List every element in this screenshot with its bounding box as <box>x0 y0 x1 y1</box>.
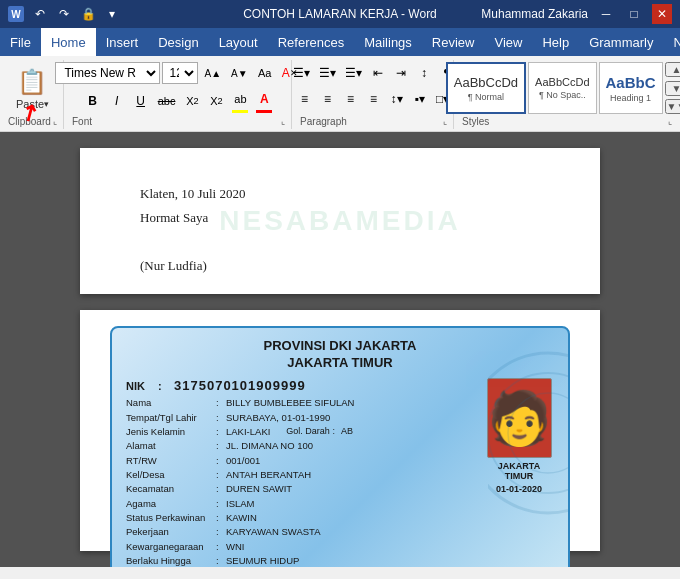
font-label: Font <box>72 114 92 127</box>
justify-button[interactable]: ≡ <box>363 88 385 110</box>
styles-footer: Styles ⌞ <box>460 114 674 127</box>
ktp-card: PROVINSI DKI JAKARTA JAKARTA TIMUR NIK :… <box>110 326 570 567</box>
title-bar: W ↶ ↷ 🔒 ▾ CONTOH LAMARAN KERJA - Word Mu… <box>0 0 680 28</box>
menu-help[interactable]: Help <box>532 28 579 56</box>
align-left-button[interactable]: ≡ <box>294 88 316 110</box>
clipboard-expand[interactable]: ⌞ <box>53 116 57 126</box>
styles-more[interactable]: ▼▼ <box>665 99 680 114</box>
style-heading1[interactable]: AaBbC Heading 1 <box>599 62 663 114</box>
ktp-row-kecamatan: Kecamatan : DUREN SAWIT <box>126 483 474 495</box>
font-name-selector[interactable]: Times New R <box>55 62 160 84</box>
font-footer: Font ⌞ <box>70 114 287 127</box>
document-area: NESABAMEDIA Klaten, 10 Juli 2020 Hormat … <box>0 132 680 567</box>
page-2: PROVINSI DKI JAKARTA JAKARTA TIMUR NIK :… <box>80 310 600 551</box>
signature-line: (Nur Ludfia) <box>140 258 540 274</box>
sort-button[interactable]: ↕ <box>413 62 435 84</box>
font-expand[interactable]: ⌞ <box>281 116 285 126</box>
ktp-row-rtrw: RT/RW : 001/001 <box>126 455 474 467</box>
font-size-selector[interactable]: 12 <box>162 62 198 84</box>
ribbon: ↗ 📋 Paste ▾ Clipboard ⌞ Times New R <box>0 56 680 132</box>
strikethrough-button[interactable]: abc <box>154 90 180 112</box>
bullets-button[interactable]: ☰▾ <box>289 62 314 84</box>
clipboard-footer: Clipboard ⌞ <box>6 114 59 127</box>
para-row1: ☰▾ ☰▾ ☰▾ ⇤ ⇥ ↕ ¶ <box>289 62 458 84</box>
numbering-button[interactable]: ☰▾ <box>315 62 340 84</box>
ktp-photo-caption-city: JAKARTA TIMUR <box>484 461 554 481</box>
font-grow-button[interactable]: A▲ <box>200 62 225 84</box>
line-spacing-button[interactable]: ↕▾ <box>386 88 408 110</box>
redo-button[interactable]: ↷ <box>54 4 74 24</box>
title-bar-left: W ↶ ↷ 🔒 ▾ <box>8 4 122 24</box>
menu-file[interactable]: File <box>0 28 41 56</box>
superscript-button[interactable]: X2 <box>205 90 227 112</box>
paragraph-label: Paragraph <box>300 114 347 127</box>
para-expand[interactable]: ⌞ <box>443 116 447 126</box>
ktp-row-pekerjaan: Pekerjaan : KARYAWAN SWASTA <box>126 526 474 538</box>
style-normal[interactable]: AaBbCcDd ¶ Normal <box>446 62 526 114</box>
underline-button[interactable]: U <box>130 90 152 112</box>
ktp-row-agama: Agama : ISLAM <box>126 498 474 510</box>
ktp-nik-label: NIK <box>126 380 158 392</box>
styles-scroll-down[interactable]: ▼ <box>665 81 680 96</box>
ktp-body: NIK : 3175070101909999 Nama : BILLY BUMB… <box>126 378 554 567</box>
regards-line: Hormat Saya <box>140 210 540 226</box>
styles-gallery: AaBbCcDd ¶ Normal AaBbCcDd ¶ No Spac.. A… <box>446 62 680 114</box>
menu-grammarly[interactable]: Grammarly <box>579 28 663 56</box>
multilevel-button[interactable]: ☰▾ <box>341 62 366 84</box>
menu-home[interactable]: Home <box>41 28 96 56</box>
ktp-info: NIK : 3175070101909999 Nama : BILLY BUMB… <box>126 378 474 567</box>
app-title: CONTOH LAMARAN KERJA - Word <box>243 7 437 21</box>
ktp-row-kelamin: Jenis Kelamin : LAKI-LAKI Gol. Darah : A… <box>126 426 474 438</box>
style-h1-label: Heading 1 <box>610 93 651 103</box>
font-group: Times New R 12 A▲ A▼ Aa A✕ B I U <box>66 60 292 129</box>
menu-view[interactable]: View <box>484 28 532 56</box>
styles-content: AaBbCcDd ¶ Normal AaBbCcDd ¶ No Spac.. A… <box>446 62 680 114</box>
font-color-bar <box>256 110 272 113</box>
paste-dropdown-arrow[interactable]: ▾ <box>44 99 49 109</box>
ktp-row-perkawinan: Status Perkawinan : KAWIN <box>126 512 474 524</box>
menu-insert[interactable]: Insert <box>96 28 149 56</box>
ktp-row-keldesa: Kel/Desa : ANTAH BERANTAH <box>126 469 474 481</box>
font-color-button[interactable]: A <box>253 88 275 110</box>
shading-button[interactable]: ▪▾ <box>409 88 431 110</box>
italic-button[interactable]: I <box>106 90 128 112</box>
maximize-button[interactable]: □ <box>624 4 644 24</box>
highlight-button[interactable]: ab <box>229 88 251 110</box>
subscript-button[interactable]: X2 <box>181 90 203 112</box>
ktp-face-emoji: 🧑 <box>487 392 552 444</box>
menu-references[interactable]: References <box>268 28 354 56</box>
styles-expand[interactable]: ⌞ <box>668 116 672 126</box>
align-right-button[interactable]: ≡ <box>340 88 362 110</box>
font-row2: B I U abc X2 X2 ab A <box>82 88 276 113</box>
user-info: Muhammad Zakaria <box>481 7 588 21</box>
autosave-button[interactable]: 🔒 <box>78 4 98 24</box>
menu-mailings[interactable]: Mailings <box>354 28 422 56</box>
align-center-button[interactable]: ≡ <box>317 88 339 110</box>
decrease-indent-button[interactable]: ⇤ <box>367 62 389 84</box>
empty-line <box>140 234 540 250</box>
highlight-color-wrap: ab <box>229 88 251 113</box>
menu-nitro[interactable]: Nitro Pro <box>663 28 680 56</box>
font-shrink-button[interactable]: A▼ <box>227 62 252 84</box>
undo-button[interactable]: ↶ <box>30 4 50 24</box>
paste-button[interactable]: ↗ 📋 Paste ▾ <box>9 63 56 113</box>
highlight-color-bar <box>232 110 248 113</box>
style-no-space[interactable]: AaBbCcDd ¶ No Spac.. <box>528 62 596 114</box>
para-footer: Paragraph ⌞ <box>298 114 449 127</box>
increase-indent-button[interactable]: ⇥ <box>390 62 412 84</box>
styles-scroll-up[interactable]: ▲ <box>665 62 680 77</box>
ktp-row-warga: Kewarganegaraan : WNI <box>126 541 474 553</box>
change-case-button[interactable]: Aa <box>254 62 276 84</box>
menu-layout[interactable]: Layout <box>209 28 268 56</box>
minimize-button[interactable]: ─ <box>596 4 616 24</box>
bold-button[interactable]: B <box>82 90 104 112</box>
close-button[interactable]: ✕ <box>652 4 672 24</box>
paragraph-content: ☰▾ ☰▾ ☰▾ ⇤ ⇥ ↕ ¶ ≡ ≡ ≡ ≡ ↕▾ ▪▾ □▾ <box>289 62 458 114</box>
menu-review[interactable]: Review <box>422 28 485 56</box>
paste-icon: 📋 <box>16 66 48 98</box>
ktp-province: PROVINSI DKI JAKARTA <box>126 338 554 355</box>
customize-button[interactable]: ▾ <box>102 4 122 24</box>
ktp-header: PROVINSI DKI JAKARTA JAKARTA TIMUR <box>126 338 554 372</box>
menu-design[interactable]: Design <box>148 28 208 56</box>
ktp-nik-row: NIK : 3175070101909999 <box>126 378 474 393</box>
